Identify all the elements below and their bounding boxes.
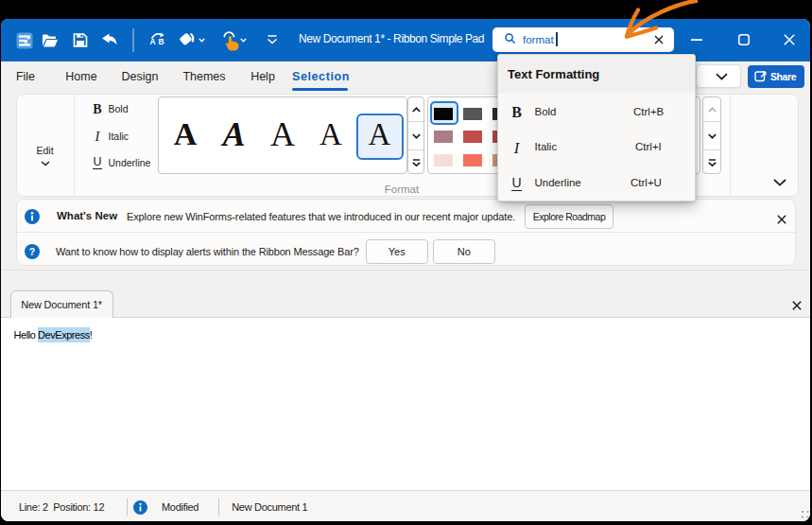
svg-text:?: ?: [28, 245, 34, 256]
svg-text:B: B: [159, 37, 164, 46]
svg-text:A: A: [150, 37, 156, 46]
